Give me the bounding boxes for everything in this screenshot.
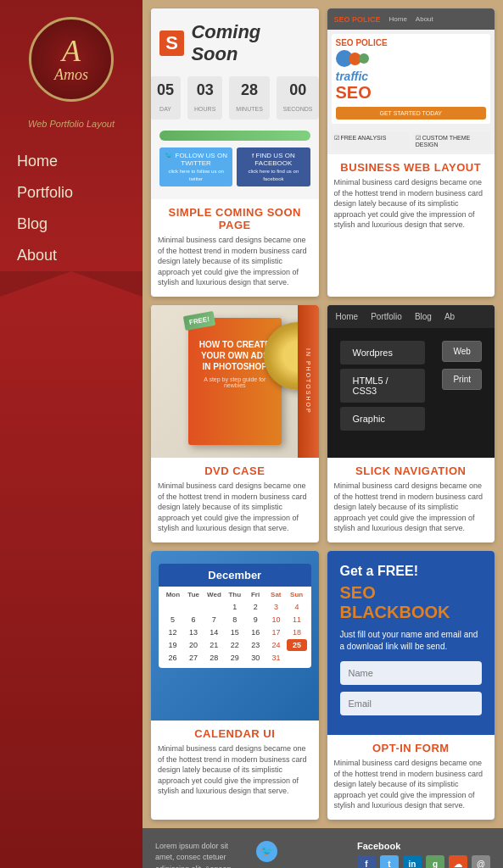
day-tue: Tue (183, 591, 204, 598)
rss-icon[interactable]: ☁ (449, 855, 467, 868)
cal-date-13[interactable]: 13 (183, 626, 203, 638)
dvd-preview: FREE! HOW TO CREATE YOUR OWN ADS IN PHOT… (151, 305, 319, 458)
card-optin: Get a FREE! SEO BLACKBOOK Just fill out … (327, 551, 495, 820)
cal-date-29[interactable]: 29 (225, 652, 244, 664)
biz-nav-home: Home (389, 15, 407, 23)
cs-title-text: Coming Soon (191, 21, 310, 65)
cal-date-1[interactable]: 1 (225, 601, 244, 613)
nav-dropdown-area: Wordpres HTML5 / CSS3 Graphic Web Print (327, 328, 495, 443)
email-icon[interactable]: @ (472, 855, 490, 868)
cal-date-15[interactable]: 15 (225, 626, 244, 638)
googleplus-icon[interactable]: g (426, 855, 444, 868)
cal-date-31[interactable]: 31 (266, 652, 286, 664)
footer-facebook-col: Facebook f t in g ☁ @ (357, 841, 490, 868)
sidebar-item-home[interactable]: Home (0, 146, 143, 177)
sidebar-item-blog[interactable]: Blog (0, 209, 143, 240)
cal-date-7[interactable]: 7 (204, 614, 224, 626)
cal-date-6[interactable]: 6 (183, 614, 203, 626)
sidebar-item-portfolio[interactable]: Portfolio (0, 177, 143, 209)
sidebar-item-about[interactable]: About (0, 240, 143, 271)
biz-circles (336, 50, 487, 67)
optin-get-free: Get a FREE! (340, 564, 483, 579)
cs-s-logo: S (159, 31, 184, 56)
cal-date-20[interactable]: 20 (183, 639, 203, 651)
card-coming-soon-title: Simple Coming Soon Page (151, 199, 319, 235)
optin-email-input[interactable] (340, 692, 483, 715)
logo-circle: A Amos (29, 17, 114, 102)
biz-cta-button[interactable]: GET STARTED TODAY (336, 107, 487, 120)
cal-date-14[interactable]: 14 (204, 626, 224, 638)
countdown: 05 day 03 hours 28 minutes 00 seconds (151, 76, 319, 120)
countdown-hours: 03 hours (187, 76, 222, 120)
social-icons-row: f t in g ☁ @ (357, 855, 490, 868)
nav-dropdown-wordpress[interactable]: Wordpres (340, 341, 426, 364)
biz-feature-free: ☑ FREE ANALYSIS (332, 132, 409, 150)
card-dvd-desc: Minimal business card designs became one… (151, 481, 319, 542)
calendar-preview: December Mon Tue Wed Thu Fri Sat Sun 123… (151, 551, 319, 721)
sidebar-nav: Home Portfolio Blog About (0, 146, 143, 271)
card-nav-desc: Minimal business card designs became one… (327, 481, 495, 542)
cal-date-18[interactable]: 18 (287, 626, 306, 638)
cal-date-17[interactable]: 17 (266, 626, 286, 638)
cal-date-11[interactable]: 11 (287, 614, 306, 626)
nav-btn-print[interactable]: Print (442, 369, 482, 390)
coming-soon-preview: S Coming Soon 05 day 03 hours 28 minutes (151, 8, 319, 199)
nav-dropdown-html5[interactable]: HTML5 / CSS3 (340, 369, 426, 403)
twitter-social-icon[interactable]: t (380, 855, 399, 868)
cal-date-22[interactable]: 22 (225, 639, 244, 651)
optin-description: Just fill out your name and email and a … (340, 629, 483, 653)
card-calendar: December Mon Tue Wed Thu Fri Sat Sun 123… (151, 551, 319, 820)
cal-date-24[interactable]: 24 (266, 639, 286, 651)
footer-about-text: Lorem ipsum dolor sit amet, consec ctetu… (155, 841, 243, 868)
portfolio-grid: S Coming Soon 05 day 03 hours 28 minutes (151, 8, 495, 820)
card-business-desc: Minimal business card designs became one… (327, 177, 495, 239)
biz-nav-about: About (416, 15, 433, 23)
biz-nav-logo: SEO POLICE (334, 15, 381, 24)
facebook-icon[interactable]: f (357, 855, 376, 868)
cal-date-12[interactable]: 12 (163, 626, 182, 638)
cal-date-9[interactable]: 9 (245, 614, 265, 626)
logo-letter: A (62, 36, 81, 66)
cal-date-21[interactable]: 21 (204, 639, 224, 651)
card-nav-title: Slick Navigation (327, 458, 495, 481)
cal-date-26[interactable]: 26 (163, 652, 182, 664)
dvd-book: FREE! HOW TO CREATE YOUR OWN ADS IN PHOT… (188, 318, 282, 445)
cal-date-19[interactable]: 19 (163, 639, 182, 651)
cal-date-5[interactable]: 5 (163, 614, 182, 626)
cal-date-10[interactable]: 10 (266, 614, 286, 626)
cal-date-30[interactable]: 30 (245, 652, 265, 664)
cal-date-empty (183, 601, 203, 613)
countdown-seconds: 00 seconds (277, 76, 319, 120)
dvd-book-sub: A step by step guide for newbies (197, 376, 273, 388)
card-cal-title: Calendar UI (151, 721, 319, 743)
cal-date-28[interactable]: 28 (204, 652, 224, 664)
countdown-days: 05 day (151, 76, 181, 120)
day-wed: Wed (204, 591, 224, 598)
card-slick-nav: Home Portfolio Blog Ab Wordpres HTML5 / … (327, 305, 495, 542)
circle-green (359, 53, 369, 64)
cal-date-27[interactable]: 27 (183, 652, 203, 664)
cal-date-3[interactable]: 3 (266, 601, 286, 613)
card-business-title: Business Web Layout (327, 154, 495, 177)
social-links: 🐦 FOLLOW US ON TWITTERclick here to foll… (159, 147, 310, 186)
nav-dropdown-graphic[interactable]: Graphic (340, 407, 426, 431)
cal-month-header: December (159, 564, 311, 587)
biz-nav-bar: SEO POLICE Home About (327, 8, 495, 30)
card-coming-soon-desc: Minimal business card designs became one… (151, 235, 319, 297)
cal-date-25[interactable]: 25 (287, 639, 306, 651)
dvd-spine: in photoshop (298, 305, 319, 458)
cal-date-8[interactable]: 8 (225, 614, 244, 626)
card-optin-title: Opt-in Form (327, 735, 495, 758)
cal-date-23[interactable]: 23 (245, 639, 265, 651)
cal-date-16[interactable]: 16 (245, 626, 265, 638)
cal-date-2[interactable]: 2 (245, 601, 265, 613)
countdown-minutes: 28 minutes (229, 76, 270, 120)
twitter-link[interactable]: 🐦 FOLLOW US ON TWITTERclick here to foll… (159, 147, 232, 186)
optin-name-input[interactable] (340, 661, 483, 685)
nav-btn-web[interactable]: Web (442, 341, 482, 362)
linkedin-icon[interactable]: in (403, 855, 422, 868)
facebook-link[interactable]: f FIND US ON FACEBOOKclick here to find … (237, 147, 310, 186)
day-thu: Thu (225, 591, 245, 598)
cs-header: S Coming Soon (159, 21, 310, 65)
cal-date-4[interactable]: 4 (287, 601, 306, 613)
